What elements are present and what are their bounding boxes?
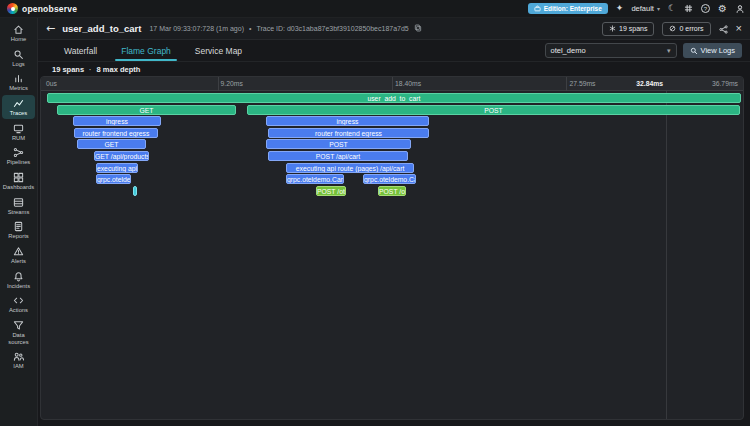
flame-graph-panel: 0us9.20ms18.40ms27.59ms32.84ms36.79ms us… [40, 76, 744, 420]
edition-badge: Edition: Enterprise [528, 3, 608, 14]
sidebar-item-label: Metrics [9, 85, 28, 92]
org-selector[interactable]: default ▾ [631, 4, 660, 13]
flame-span[interactable]: grpc.otelde... [96, 174, 131, 184]
code-icon [13, 295, 24, 306]
sidebar-item-traces[interactable]: Traces [2, 95, 35, 119]
pipeline-icon [13, 147, 24, 158]
close-icon[interactable]: × [736, 23, 742, 34]
sidebar-item-label: IAM [13, 363, 23, 370]
meta-separator: • [249, 25, 251, 32]
sidebar-item-pipelines[interactable]: Pipelines [2, 144, 35, 168]
tabs-row: WaterfallFlame GraphService Map otel_dem… [38, 40, 750, 62]
timeline-tick-label: 36.79ms [712, 80, 738, 87]
settings-gear-icon[interactable]: ⚙ [718, 4, 727, 14]
span-count: 19 spans [52, 65, 84, 74]
spans-count-button[interactable]: 19 spans [602, 22, 654, 36]
max-depth: 8 max depth [97, 65, 141, 74]
timeline-tick-label: 18.40ms [395, 80, 421, 87]
search-icon [690, 47, 698, 55]
sidebar-item-home[interactable]: Home [2, 21, 35, 45]
view-logs-button[interactable]: View Logs [683, 43, 742, 58]
flame-span[interactable]: ingress [266, 116, 429, 126]
time-marker-line [666, 77, 667, 419]
trace-timestamp: 17 Mar 09:33:07:728 (1m ago) [149, 25, 244, 32]
sidebar-item-label: RUM [12, 135, 25, 142]
timeline-tick-label: 32.84ms [636, 80, 663, 87]
flame-span[interactable] [133, 186, 137, 196]
timeline-tick-line [566, 77, 567, 91]
slack-icon[interactable] [684, 4, 693, 13]
sidebar-item-incidents[interactable]: Incidents [2, 268, 35, 292]
sidebar-item-label: Pipelines [7, 159, 31, 166]
profile-icon[interactable] [735, 4, 745, 14]
sidebar-item-label: Alerts [11, 258, 26, 265]
document-icon [13, 221, 24, 232]
back-arrow-icon[interactable]: ← [46, 22, 55, 35]
sidebar-item-reports[interactable]: Reports [2, 218, 35, 242]
sidebar-item-label: Reports [8, 233, 28, 240]
share-icon[interactable] [719, 20, 728, 38]
main-content: ← user_add_to_cart 17 Mar 09:33:07:728 (… [38, 18, 750, 426]
timeline-tick-line [218, 77, 219, 91]
timeline-tick-label: 9.20ms [221, 80, 243, 87]
sidebar-item-label: Dashboards [3, 184, 34, 191]
flame-span[interactable]: POST /api/cart [268, 151, 408, 161]
sidebar-item-logs[interactable]: Logs [2, 46, 35, 70]
dark-mode-moon-icon[interactable]: ☾ [668, 4, 676, 13]
sidebar-item-actions[interactable]: Actions [2, 292, 35, 316]
search-icon [13, 49, 24, 60]
sparkle-ai-icon[interactable]: ✦ [616, 4, 624, 13]
sidebar-nav: HomeLogsMetricsTracesRUMPipelinesDashboa… [0, 18, 38, 426]
sidebar-item-rum[interactable]: RUM [2, 120, 35, 144]
traces-icon [13, 98, 24, 109]
timeline-tick-line [392, 77, 393, 91]
copy-icon[interactable] [414, 24, 422, 33]
sidebar-item-data-sources[interactable]: Data sources [2, 317, 35, 347]
sidebar-item-label: Streams [8, 209, 30, 216]
sidebar-item-label: Incidents [7, 283, 30, 290]
table-icon [13, 197, 24, 208]
sidebar-item-label: Logs [12, 61, 25, 68]
sidebar-item-alerts[interactable]: Alerts [2, 243, 35, 267]
monitor-icon [13, 123, 24, 134]
flame-span[interactable]: GET [57, 105, 236, 115]
asterisk-icon [609, 25, 616, 32]
tab-waterfall[interactable]: Waterfall [52, 40, 109, 61]
brand-name: openobserve [22, 4, 77, 14]
users-icon [13, 351, 24, 362]
sidebar-item-streams[interactable]: Streams [2, 194, 35, 218]
flame-span[interactable]: POST /ote... [316, 186, 346, 196]
flame-span[interactable]: executing api... [96, 163, 138, 173]
tab-service-map[interactable]: Service Map [183, 40, 254, 61]
flame-span[interactable]: grpc.oteldemo.CartSer... [286, 174, 344, 184]
flame-span[interactable]: user_add_to_cart [47, 93, 741, 103]
top-app-bar: openobserve Edition: Enterprise ✦ defaul… [0, 0, 750, 18]
sidebar-item-label: Home [11, 36, 26, 43]
flame-span[interactable]: router frontend egress [74, 128, 158, 138]
flame-span[interactable]: router frontend egress [268, 128, 429, 138]
timeline-header: 0us9.20ms18.40ms27.59ms32.84ms36.79ms [41, 77, 743, 91]
timeline-tick-label: 27.59ms [569, 80, 595, 87]
flame-span[interactable]: GET [77, 139, 146, 149]
error-circle-icon [669, 25, 676, 32]
errors-count-button[interactable]: 0 errors [662, 22, 710, 36]
chevron-down-icon: ▾ [657, 5, 660, 12]
openobserve-logo-icon [7, 3, 18, 14]
flame-span[interactable]: ingress [73, 116, 161, 126]
grid-icon [13, 172, 24, 183]
alert-icon [13, 246, 24, 257]
flame-span[interactable]: POST [266, 139, 411, 149]
tab-flame-graph[interactable]: Flame Graph [109, 40, 183, 61]
flame-span[interactable]: POST /ot... [378, 186, 406, 196]
flame-span[interactable]: GET /api/products/... [94, 151, 149, 161]
bell-icon [13, 271, 24, 282]
sidebar-item-iam[interactable]: IAM [2, 348, 35, 372]
help-icon[interactable]: ? [701, 4, 710, 13]
flame-span[interactable]: POST [247, 105, 740, 115]
sidebar-item-label: Actions [9, 307, 28, 314]
stream-selector[interactable]: otel_demo ▾ [545, 43, 677, 58]
sidebar-item-metrics[interactable]: Metrics [2, 70, 35, 94]
flame-span[interactable]: grpc.oteldemo.CartS... [363, 174, 416, 184]
sidebar-item-dashboards[interactable]: Dashboards [2, 169, 35, 193]
flame-span[interactable]: executing api route (pages) /api/cart [286, 163, 414, 173]
